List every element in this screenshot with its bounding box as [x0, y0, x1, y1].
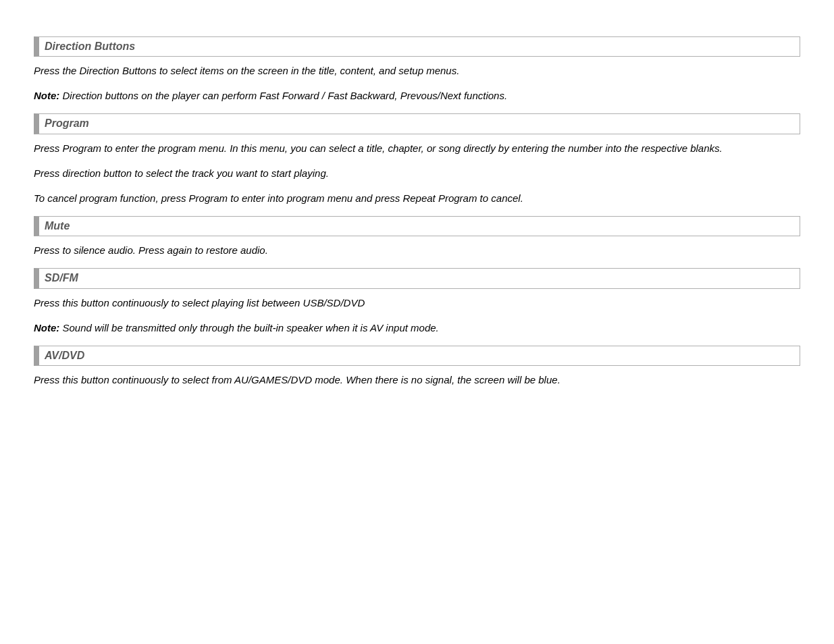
section-direction-buttons: Direction Buttons Press the Direction Bu… [34, 36, 800, 103]
paragraph-text: Press this button continuously to select… [34, 297, 365, 308]
section-title: Mute [45, 220, 70, 232]
section-program: Program Press Program to enter the progr… [34, 113, 800, 205]
section-title: SD/FM [45, 272, 78, 284]
paragraph-text: Press the Direction Buttons to select it… [34, 65, 459, 76]
section-header: Mute [34, 216, 800, 236]
paragraph: Press to silence audio. Press again to r… [34, 243, 800, 257]
section-av-dvd: AV/DVD Press this button continuously to… [34, 346, 800, 387]
section-title: Program [45, 117, 89, 129]
paragraph: Note: Sound will be transmitted only thr… [34, 321, 800, 335]
paragraph: Press direction button to select the tra… [34, 166, 800, 180]
paragraph: Press this button continuously to select… [34, 296, 800, 310]
paragraph: To cancel program function, press Progra… [34, 191, 800, 205]
note-label: Note: [34, 322, 59, 333]
section-sd-fm: SD/FM Press this button continuously to … [34, 268, 800, 334]
paragraph-text: Direction buttons on the player can perf… [59, 90, 507, 101]
paragraph-text: Press this button continuously to select… [34, 374, 561, 385]
paragraph: Note: Direction buttons on the player ca… [34, 88, 800, 103]
section-title: AV/DVD [45, 350, 84, 361]
section-header: Direction Buttons [34, 36, 800, 57]
paragraph-text: Press Program to enter the program menu.… [34, 142, 723, 154]
document-content: Direction Buttons Press the Direction Bu… [34, 36, 800, 387]
section-title: Direction Buttons [45, 41, 135, 52]
paragraph: Press Program to enter the program menu.… [34, 141, 800, 155]
paragraph: Press this button continuously to select… [34, 373, 800, 387]
section-header: AV/DVD [34, 346, 800, 366]
paragraph-text: Sound will be transmitted only through t… [59, 322, 438, 333]
section-mute: Mute Press to silence audio. Press again… [34, 216, 800, 257]
section-header: SD/FM [34, 268, 800, 288]
note-label: Note: [34, 90, 59, 101]
paragraph-text: Press direction button to select the tra… [34, 167, 329, 179]
paragraph-text: Press to silence audio. Press again to r… [34, 244, 268, 256]
section-header: Program [34, 113, 800, 134]
paragraph-text: To cancel program function, press Progra… [34, 192, 523, 204]
paragraph: Press the Direction Buttons to select it… [34, 63, 800, 78]
